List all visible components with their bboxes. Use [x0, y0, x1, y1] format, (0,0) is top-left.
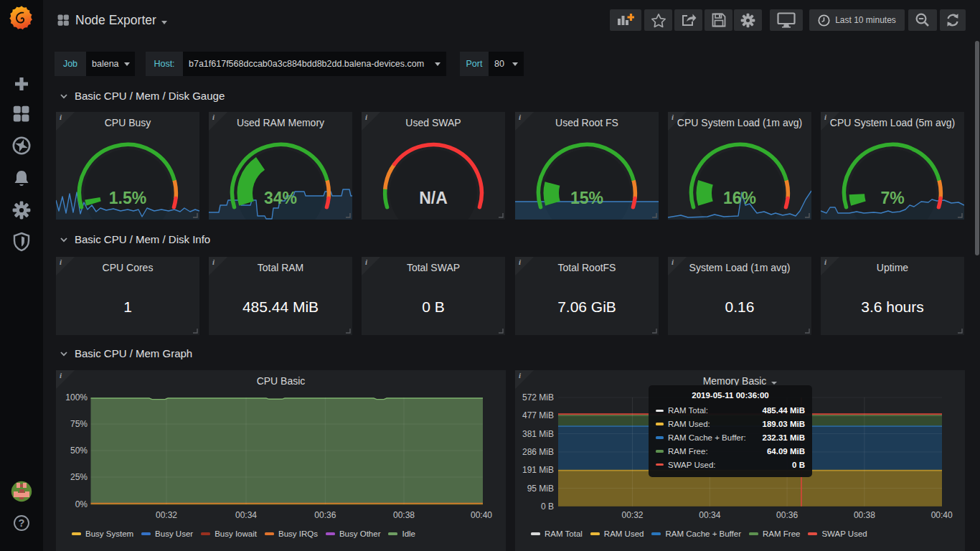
svg-text:95 MiB: 95 MiB: [527, 484, 554, 494]
svg-text:00:40: 00:40: [471, 510, 492, 520]
svg-text:00:32: 00:32: [621, 510, 643, 520]
svg-text:50%: 50%: [70, 446, 88, 456]
svg-text:00:36: 00:36: [776, 510, 798, 520]
svg-text:00:32: 00:32: [156, 510, 177, 520]
svg-text:00:34: 00:34: [699, 510, 720, 520]
svg-text:00:34: 00:34: [235, 510, 257, 520]
svg-text:15%: 15%: [570, 189, 603, 207]
svg-text:381 MiB: 381 MiB: [522, 429, 554, 439]
svg-text:191 MiB: 191 MiB: [522, 465, 554, 475]
svg-text:00:38: 00:38: [393, 510, 415, 520]
svg-text:7%: 7%: [880, 189, 904, 207]
svg-text:00:36: 00:36: [314, 510, 336, 520]
svg-text:0 B: 0 B: [541, 501, 554, 512]
svg-text:1.5%: 1.5%: [109, 189, 146, 207]
svg-text:477 MiB: 477 MiB: [522, 410, 554, 420]
svg-text:16%: 16%: [723, 189, 756, 207]
svg-text:75%: 75%: [70, 419, 88, 429]
svg-text:572 MiB: 572 MiB: [522, 392, 554, 402]
svg-text:100%: 100%: [65, 392, 88, 402]
svg-text:0%: 0%: [75, 499, 88, 509]
svg-text:?: ?: [19, 517, 25, 529]
svg-text:N/A: N/A: [419, 189, 448, 207]
svg-text:286 MiB: 286 MiB: [522, 447, 554, 457]
svg-text:34%: 34%: [264, 189, 297, 207]
svg-text:00:40: 00:40: [931, 510, 953, 520]
svg-text:25%: 25%: [70, 472, 88, 482]
svg-text:00:38: 00:38: [854, 510, 875, 520]
